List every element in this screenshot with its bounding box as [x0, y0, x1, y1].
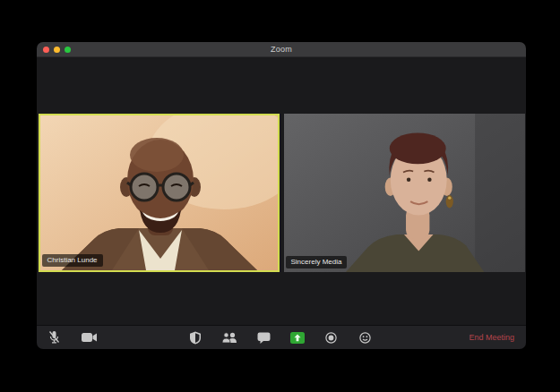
participant-name-label: Christian Lunde [42, 254, 103, 267]
meeting-content-area: Christian Lunde [37, 57, 526, 325]
participant-name-label: Sincerely Media [286, 256, 348, 268]
participants-icon [221, 332, 237, 343]
end-meeting-button[interactable]: End Meeting [469, 326, 514, 349]
window-title: Zoom [271, 45, 292, 54]
video-tile-christian-lunde[interactable]: Christian Lunde [39, 114, 280, 272]
close-window-icon[interactable] [43, 47, 49, 53]
fullscreen-window-icon[interactable] [65, 47, 71, 53]
traffic-lights [43, 42, 71, 56]
microphone-muted-icon [47, 330, 61, 345]
share-screen-icon [290, 332, 305, 344]
video-button[interactable] [82, 326, 98, 349]
chat-bubble-icon [257, 332, 271, 344]
reactions-button[interactable] [359, 326, 371, 349]
video-grid: Christian Lunde [37, 114, 526, 272]
window-titlebar[interactable]: Zoom [37, 42, 526, 57]
security-button[interactable] [189, 326, 202, 349]
minimize-window-icon[interactable] [54, 47, 60, 53]
video-tile-sincerely-media[interactable]: Sincerely Media [284, 114, 525, 272]
chat-button[interactable] [257, 326, 271, 349]
record-icon [325, 332, 337, 344]
video-camera-icon [82, 332, 98, 343]
zoom-meeting-window: Zoom [37, 42, 526, 349]
reactions-smiley-icon [359, 332, 371, 344]
security-shield-icon [189, 331, 202, 345]
share-screen-button[interactable] [290, 326, 305, 349]
participant-video-christian [40, 115, 278, 270]
participant-video-sincerely [284, 114, 525, 272]
meeting-toolbar: End Meeting [37, 325, 526, 349]
record-button[interactable] [325, 326, 337, 349]
participants-button[interactable] [221, 326, 237, 349]
mute-button[interactable] [47, 326, 61, 349]
